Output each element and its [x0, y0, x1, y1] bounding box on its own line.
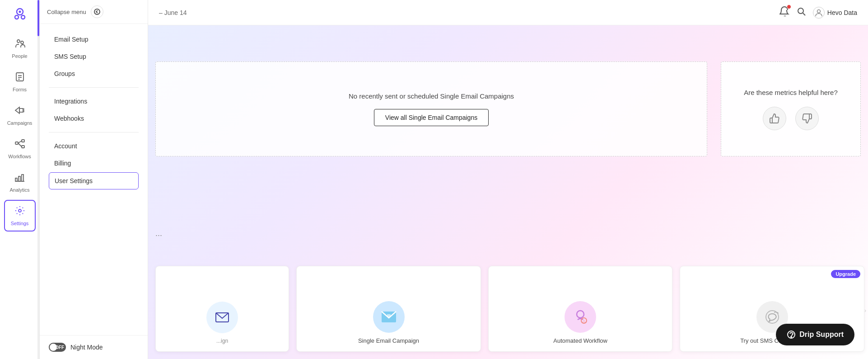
main-content: – June 14 — [148, 0, 868, 359]
svg-line-19 — [18, 143, 22, 147]
forms-icon — [14, 71, 25, 85]
drip-support-button[interactable]: Drip Support — [776, 324, 854, 345]
campaign-card-partial[interactable]: ...ign — [155, 266, 289, 352]
svg-rect-15 — [15, 142, 18, 144]
partial-card-icon — [206, 302, 238, 333]
svg-point-2 — [21, 15, 25, 19]
metrics-question: Are these metrics helpful here? — [744, 88, 838, 98]
workflows-label: Workflows — [8, 154, 31, 159]
user-info[interactable]: Hevo Data — [813, 7, 857, 19]
upgrade-badge[interactable]: Upgrade — [831, 270, 860, 278]
partial-card-label: ...ign — [216, 338, 228, 344]
svg-rect-11 — [19, 109, 23, 112]
sidebar-item-people[interactable]: People — [4, 33, 36, 64]
people-label: People — [12, 53, 27, 59]
notification-badge — [787, 5, 791, 9]
app-logo — [10, 5, 30, 24]
people-icon — [14, 38, 25, 52]
menu-item-billing[interactable]: Billing — [49, 155, 139, 171]
menu-item-user-settings[interactable]: User Settings — [49, 172, 139, 189]
automated-workflow-label: Automated Workflow — [553, 337, 607, 344]
workflows-icon — [14, 138, 25, 152]
drip-support-label: Drip Support — [799, 331, 844, 339]
sidebar-footer: OFF Night Mode — [40, 335, 148, 359]
svg-point-32 — [577, 311, 584, 318]
notification-icon-wrapper[interactable] — [779, 6, 789, 19]
campaign-card-single-email[interactable]: Single Email Campaign — [296, 266, 481, 352]
svg-line-27 — [803, 13, 805, 15]
sidebar-item-workflows[interactable]: Workflows — [4, 133, 36, 165]
thumbs-down-button[interactable] — [795, 107, 819, 130]
campaigns-icon — [14, 105, 25, 118]
menu-item-email-setup[interactable]: Email Setup — [49, 31, 139, 47]
svg-rect-22 — [22, 175, 23, 181]
svg-rect-16 — [22, 140, 24, 142]
svg-point-24 — [19, 209, 21, 212]
single-email-icon — [373, 301, 405, 333]
menu-item-webhooks[interactable]: Webhooks — [49, 110, 139, 127]
content-area: No recently sent or scheduled Single Ema… — [148, 25, 868, 359]
svg-rect-21 — [19, 176, 20, 181]
user-name: Hevo Data — [827, 9, 857, 16]
campaign-empty-section: No recently sent or scheduled Single Ema… — [155, 61, 707, 156]
svg-point-1 — [15, 15, 19, 19]
scroll-right-indicator: › — [864, 307, 866, 314]
sidebar-item-forms[interactable]: Forms — [4, 66, 36, 98]
svg-rect-17 — [22, 146, 24, 148]
view-all-campaigns-button[interactable]: View all Single Email Campaigns — [374, 109, 489, 126]
sidebar-header: Collapse menu — [40, 0, 148, 24]
analytics-icon — [14, 172, 25, 185]
menu-item-sms-setup[interactable]: SMS Setup — [49, 48, 139, 65]
menu-item-account[interactable]: Account — [49, 138, 139, 154]
metrics-card: Are these metrics helpful here? — [721, 61, 861, 156]
svg-rect-6 — [16, 73, 23, 81]
svg-rect-20 — [15, 178, 17, 181]
night-mode-toggle[interactable]: OFF — [49, 343, 66, 352]
campaign-card-automated[interactable]: △ Automated Workflow — [488, 266, 673, 352]
svg-text:△: △ — [583, 319, 586, 323]
sidebar-item-settings[interactable]: Settings — [4, 200, 36, 231]
menu-item-groups[interactable]: Groups — [49, 66, 139, 82]
forms-label: Forms — [13, 87, 27, 92]
scrollbar-track[interactable] — [37, 0, 39, 359]
campaign-empty-text: No recently sent or scheduled Single Ema… — [349, 92, 514, 100]
svg-point-26 — [798, 8, 803, 14]
thumbs-up-button[interactable] — [763, 107, 786, 130]
single-email-label: Single Email Campaign — [358, 337, 419, 344]
automated-workflow-icon: △ — [565, 301, 596, 333]
collapse-label: Collapse menu — [47, 9, 86, 15]
svg-point-3 — [19, 11, 21, 13]
scrollbar-thumb — [37, 0, 39, 36]
svg-point-28 — [817, 9, 820, 13]
topbar: – June 14 — [148, 0, 868, 25]
svg-point-37 — [791, 336, 792, 337]
date-range: – June 14 — [159, 9, 187, 16]
analytics-label: Analytics — [9, 187, 29, 193]
campaign-cards: ...ign Single Email Campaign — [148, 269, 868, 359]
svg-marker-10 — [15, 107, 19, 113]
menu-divider-2 — [49, 132, 139, 132]
svg-line-18 — [18, 141, 22, 143]
settings-icon — [14, 205, 25, 219]
sidebar-item-analytics[interactable]: Analytics — [4, 166, 36, 198]
menu-item-integrations[interactable]: Integrations — [49, 93, 139, 109]
menu-divider-1 — [49, 87, 139, 88]
user-avatar — [813, 7, 825, 19]
svg-point-4 — [17, 40, 20, 43]
metrics-buttons — [763, 107, 819, 130]
ellipsis: ... — [155, 229, 162, 238]
sidebar-expanded: Collapse menu Email Setup SMS Setup Grou… — [40, 0, 148, 359]
settings-label: Settings — [11, 221, 29, 226]
svg-rect-31 — [387, 314, 391, 317]
collapse-button[interactable] — [91, 5, 103, 18]
campaigns-label: Campaigns — [7, 120, 33, 126]
sidebar-menu: Email Setup SMS Setup Groups Integration… — [40, 24, 148, 335]
sidebar-item-campaigns[interactable]: Campaigns — [4, 99, 36, 131]
toggle-off-label: OFF — [55, 345, 64, 350]
svg-point-25 — [94, 9, 100, 14]
night-mode-label: Night Mode — [70, 344, 103, 351]
sidebar-narrow: People Forms Campaigns — [0, 0, 40, 359]
search-icon-wrapper[interactable] — [797, 7, 806, 18]
svg-point-5 — [21, 41, 23, 44]
topbar-right: Hevo Data — [779, 6, 857, 19]
